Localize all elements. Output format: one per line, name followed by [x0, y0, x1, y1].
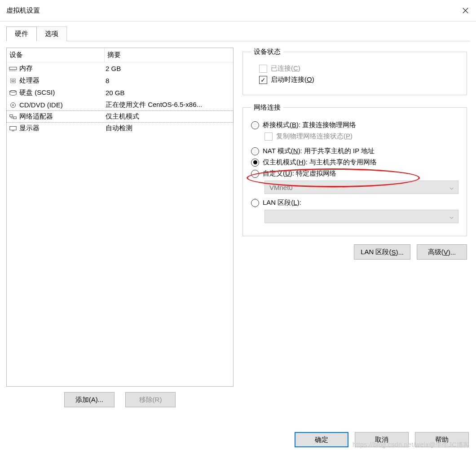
connected-label: 已连接(C)	[271, 64, 300, 73]
hostonly-label: 仅主机模式(H): 与主机共享的专用网络	[263, 158, 377, 167]
bridged-label: 桥接模式(B): 直接连接物理网络	[263, 121, 356, 129]
device-row[interactable]: 内存2 GB	[7, 62, 233, 75]
hostonly-radio[interactable]	[251, 159, 259, 167]
tab-options[interactable]: 选项	[36, 26, 67, 41]
svg-rect-0	[9, 67, 17, 69]
svg-rect-7	[11, 79, 16, 83]
svg-point-11	[13, 104, 14, 106]
custom-network-value: VMnet0	[269, 184, 293, 191]
replicate-label: 复制物理网络连接状态(P)	[276, 132, 353, 141]
svg-rect-8	[12, 80, 14, 82]
advanced-button[interactable]: 高级(V)...	[417, 244, 467, 260]
nat-label: NAT 模式(N): 用于共享主机的 IP 地址	[263, 147, 375, 155]
device-row[interactable]: 处理器8	[7, 75, 233, 87]
device-name: CD/DVD (IDE)	[19, 101, 63, 109]
device-name: 网络适配器	[19, 112, 53, 121]
device-row[interactable]: CD/DVD (IDE)正在使用文件 CentOS-6.5-x86...	[7, 99, 233, 111]
device-row[interactable]: 显示器自动检测	[7, 122, 233, 134]
bridged-radio[interactable]	[251, 121, 259, 129]
network-connection-legend: 网络连接	[251, 103, 283, 112]
svg-rect-14	[10, 126, 16, 130]
device-list-header: 设备 摘要	[7, 48, 233, 62]
tabs: 硬件 选项	[6, 26, 476, 41]
device-status-legend: 设备状态	[251, 48, 283, 56]
memory-icon	[9, 65, 18, 73]
device-name: 内存	[19, 64, 33, 73]
connect-at-poweron-checkbox[interactable]	[259, 76, 267, 84]
device-summary: 正在使用文件 CentOS-6.5-x86...	[105, 101, 233, 109]
display-icon	[9, 124, 18, 132]
replicate-checkbox	[264, 132, 273, 141]
connect-at-poweron-label: 启动时连接(O)	[271, 75, 314, 84]
network-icon	[9, 113, 18, 121]
network-connection-group: 网络连接 桥接模式(B): 直接连接物理网络 复制物理网络连接状态(P) NAT…	[242, 103, 467, 236]
tab-hardware[interactable]: 硬件	[6, 26, 37, 41]
device-summary: 自动检测	[105, 124, 233, 132]
chevron-down-icon: ⌵	[450, 183, 454, 191]
device-name: 硬盘 (SCSI)	[19, 88, 55, 97]
svg-point-10	[11, 102, 16, 107]
device-summary: 20 GB	[105, 89, 233, 97]
window-title: 虚拟机设置	[6, 6, 40, 15]
chevron-down-icon: ⌵	[450, 212, 454, 221]
device-name: 显示器	[19, 124, 40, 132]
custom-network-combo: VMnet0 ⌵	[264, 181, 458, 194]
svg-rect-12	[10, 115, 13, 117]
titlebar: 虚拟机设置	[0, 0, 476, 22]
svg-rect-13	[13, 117, 16, 119]
device-summary: 2 GB	[105, 65, 233, 72]
lan-segment-label: LAN 区段(L):	[263, 199, 301, 207]
cpu-icon	[9, 77, 18, 85]
device-row[interactable]: 网络适配器仅主机模式	[6, 110, 234, 123]
device-name: 处理器	[19, 76, 40, 85]
lan-segment-combo: ⌵	[264, 210, 458, 223]
close-icon[interactable]	[459, 4, 472, 17]
lan-segment-radio[interactable]	[251, 199, 259, 207]
connected-checkbox	[259, 65, 267, 73]
device-summary: 8	[105, 77, 233, 84]
device-summary: 仅主机模式	[105, 112, 233, 121]
ok-button[interactable]: 确定	[295, 432, 348, 447]
device-status-group: 设备状态 已连接(C) 启动时连接(O)	[242, 48, 467, 95]
disk-icon	[9, 89, 18, 97]
cd-icon	[9, 101, 18, 109]
device-list: 设备 摘要 内存2 GB处理器8硬盘 (SCSI)20 GBCD/DVD (ID…	[6, 48, 234, 387]
custom-label: 自定义(U): 特定虚拟网络	[263, 169, 336, 178]
remove-button[interactable]: 移除(R)	[125, 392, 176, 407]
nat-radio[interactable]	[251, 147, 259, 155]
device-row[interactable]: 硬盘 (SCSI)20 GB	[7, 87, 233, 99]
col-device-header: 设备	[7, 48, 105, 62]
lan-segments-button[interactable]: LAN 区段(S)...	[354, 244, 410, 260]
col-summary-header: 摘要	[105, 48, 233, 62]
watermark-text: https://blog.csdn.net/weix@牛牛JC博客	[353, 441, 470, 449]
add-button[interactable]: 添加(A)...	[64, 392, 115, 407]
custom-radio[interactable]	[251, 170, 259, 178]
